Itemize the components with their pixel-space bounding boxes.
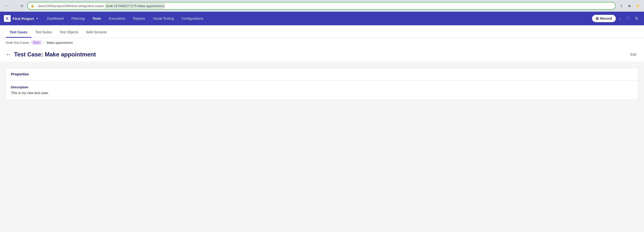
back-to-list-button[interactable]: ← bbox=[6, 51, 11, 58]
main-nav: Dashboard Planning Tests Executions Repo… bbox=[44, 15, 592, 22]
bookmark-button[interactable]: ★ bbox=[626, 3, 633, 9]
browser-chrome: ← → ↻ 🔒 ...team/1585/project/3994/test-d… bbox=[0, 0, 644, 12]
browser-nav-buttons: ← → ↻ bbox=[3, 3, 25, 9]
breadcrumb-separator: / bbox=[44, 41, 45, 45]
properties-body: Description This is my new test case. bbox=[6, 81, 638, 100]
nav-reports[interactable]: Reports bbox=[130, 15, 148, 22]
share-button[interactable]: ⇧ bbox=[618, 3, 624, 9]
nav-executions[interactable]: Executions bbox=[106, 15, 129, 22]
browser-actions: ⇧ ★ ⚡ bbox=[618, 3, 641, 9]
tab-test-objects[interactable]: Test Objects bbox=[56, 27, 82, 38]
tab-test-suites[interactable]: Test Suites bbox=[31, 27, 56, 38]
forward-button[interactable]: → bbox=[11, 3, 18, 9]
nav-configurations[interactable]: Configurations bbox=[178, 15, 207, 22]
tab-web-services[interactable]: Web Services bbox=[82, 27, 111, 38]
nav-planning[interactable]: Planning bbox=[68, 15, 88, 22]
breadcrumb-beta-badge: Beta bbox=[31, 40, 42, 45]
url-highlight: draft-1679460277275-Make-appointment bbox=[106, 4, 165, 8]
nav-tests[interactable]: Tests bbox=[89, 15, 105, 22]
nav-dashboard[interactable]: Dashboard bbox=[44, 15, 67, 22]
history-button[interactable]: ↻ bbox=[634, 14, 640, 23]
breadcrumb: Draft Test Cases Beta / Make appointment bbox=[0, 38, 644, 47]
extensions-button[interactable]: ⚡ bbox=[634, 3, 641, 9]
back-button[interactable]: ← bbox=[3, 3, 10, 9]
brand-chevron-icon: ▾ bbox=[36, 17, 38, 20]
edit-button[interactable]: Edit bbox=[628, 52, 638, 57]
page-title-left: ← Test Case: Make appointment bbox=[6, 51, 96, 58]
tab-test-cases[interactable]: Test Cases bbox=[6, 27, 31, 38]
page-title: Test Case: Make appointment bbox=[14, 51, 96, 58]
record-dot-icon bbox=[596, 17, 599, 20]
description-label: Description bbox=[11, 85, 633, 89]
download-button[interactable]: ↓ bbox=[618, 15, 623, 23]
record-label: Record bbox=[600, 17, 612, 21]
properties-title: Properties bbox=[11, 72, 29, 76]
nav-visual-testing[interactable]: Visual Testing bbox=[150, 15, 177, 22]
content-area: Properties Description This is my new te… bbox=[0, 62, 644, 106]
brand-name: First Project bbox=[13, 17, 34, 21]
reload-button[interactable]: ↻ bbox=[18, 3, 25, 9]
description-value: This is my new test case. bbox=[11, 91, 633, 95]
breadcrumb-draft-link[interactable]: Draft Test Cases bbox=[6, 41, 29, 45]
address-bar[interactable]: 🔒 ...team/1585/project/3994/test-design/… bbox=[27, 2, 616, 10]
lock-icon: 🔒 bbox=[30, 4, 34, 8]
sub-nav: Test Cases Test Suites Test Objects Web … bbox=[0, 25, 644, 38]
brand[interactable]: K First Project ▾ bbox=[4, 15, 44, 22]
properties-header: Properties bbox=[6, 68, 638, 81]
app-header: K First Project ▾ Dashboard Planning Tes… bbox=[0, 12, 644, 25]
properties-card: Properties Description This is my new te… bbox=[6, 68, 638, 100]
page-title-bar: ← Test Case: Make appointment Edit bbox=[0, 47, 644, 62]
breadcrumb-current: Make appointment bbox=[46, 41, 72, 45]
header-actions: Record ↓ ♡ ↻ bbox=[592, 14, 640, 23]
notifications-button[interactable]: ♡ bbox=[625, 14, 632, 23]
url-prefix: ...team/1585/project/3994/test-design/te… bbox=[36, 4, 104, 8]
brand-logo: K bbox=[4, 15, 11, 22]
record-button[interactable]: Record bbox=[592, 15, 616, 22]
